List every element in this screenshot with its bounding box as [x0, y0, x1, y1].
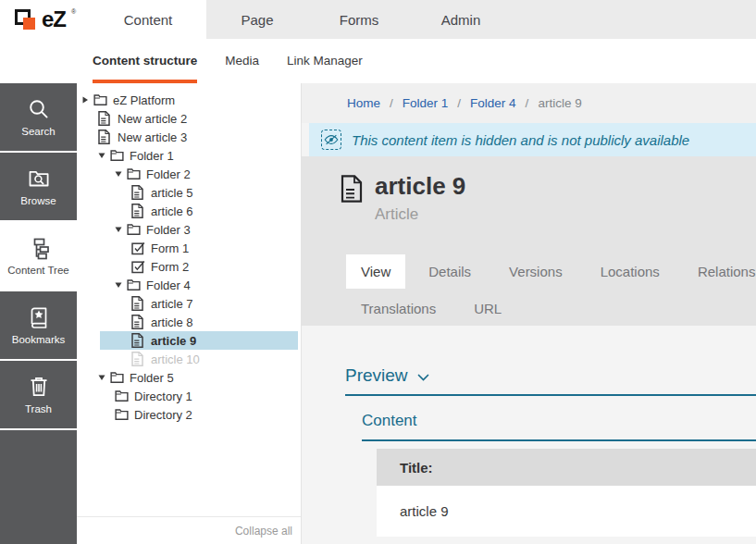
article-icon — [131, 204, 145, 218]
tree-item-article-8[interactable]: article 8 — [77, 313, 301, 331]
article-icon — [131, 296, 145, 311]
tree-item-folder-4[interactable]: Folder 4 — [77, 276, 301, 294]
form-icon — [131, 259, 145, 274]
preview-section-label: Preview — [345, 365, 408, 386]
tree-item-label: Form 1 — [151, 241, 189, 255]
tree-item-folder-5[interactable]: Folder 5 — [77, 368, 301, 387]
article-icon — [98, 111, 112, 126]
breadcrumb-link-folder-1[interactable]: Folder 1 — [403, 96, 449, 110]
main-tab-content[interactable]: Content — [90, 0, 206, 39]
browse-icon — [27, 167, 51, 191]
main-content-area: Home / Folder 1 / Folder 4 / article 9 T… — [302, 83, 756, 544]
hidden-eye-icon — [321, 130, 341, 150]
tree-item-article-6[interactable]: article 6 — [77, 202, 301, 220]
hidden-content-alert: This content item is hidden and is not p… — [309, 123, 756, 156]
tree-item-label: Folder 4 — [146, 278, 191, 292]
subnav-media[interactable]: Media — [225, 39, 259, 83]
tree-item-form-1[interactable]: Form 1 — [77, 239, 301, 257]
tree-item-article-9-selected[interactable]: article 9 — [77, 331, 301, 350]
folder-icon — [127, 222, 141, 237]
tree-item-label: Form 2 — [151, 260, 189, 274]
tab-details[interactable]: Details — [414, 254, 486, 289]
sidebar-item-content-tree[interactable]: Content Tree — [0, 222, 77, 290]
tab-url[interactable]: URL — [459, 291, 516, 326]
tree-item-article-10-hidden[interactable]: article 10 — [77, 350, 301, 368]
tree-item-new-article-3[interactable]: New article 3 — [77, 128, 301, 146]
article-icon — [131, 352, 145, 366]
chevron-down-icon[interactable] — [98, 374, 105, 381]
tab-locations[interactable]: Locations — [586, 254, 675, 289]
tab-relations[interactable]: Relations — [683, 254, 756, 289]
subnav-link-manager[interactable]: Link Manager — [287, 39, 363, 83]
subnav-content-structure[interactable]: Content structure — [93, 39, 197, 83]
tree-item-label: Directory 2 — [134, 408, 192, 422]
tree-item-ez-platform[interactable]: eZ Platform — [77, 91, 301, 109]
tree-item-directory-1[interactable]: Directory 1 — [77, 387, 301, 405]
sidebar-item-label: Bookmarks — [12, 335, 66, 346]
logo-text: eZ — [42, 8, 66, 31]
tree-item-form-2[interactable]: Form 2 — [77, 257, 301, 276]
field-table: Title: article 9 — [377, 449, 756, 537]
collapse-all-button[interactable]: Collapse all — [77, 516, 301, 544]
tree-item-directory-2[interactable]: Directory 2 — [77, 405, 301, 424]
tree-item-label: article 8 — [151, 315, 193, 329]
chevron-right-icon[interactable] — [81, 96, 89, 104]
sidebar-item-browse[interactable]: Browse — [0, 153, 77, 220]
breadcrumb-link-folder-4[interactable]: Folder 4 — [470, 96, 516, 110]
tree-item-label: article 5 — [151, 186, 193, 200]
tree-item-label: New article 3 — [118, 130, 187, 144]
sidebar-item-label: Trash — [25, 404, 52, 415]
tree-item-folder-1[interactable]: Folder 1 — [77, 146, 301, 165]
chevron-down-icon[interactable] — [115, 170, 122, 178]
article-icon — [131, 185, 145, 200]
folder-icon — [93, 93, 107, 107]
chevron-down-icon[interactable] — [115, 281, 122, 289]
app-logo[interactable]: eZ ® — [0, 0, 90, 39]
content-tab-bar: View Details Versions Locations Relation… — [346, 254, 756, 328]
logo-registered-mark: ® — [71, 8, 76, 15]
tree-item-label: Folder 3 — [146, 223, 191, 237]
breadcrumb: Home / Folder 1 / Folder 4 / article 9 — [302, 83, 756, 123]
sidebar-filler — [0, 430, 77, 544]
tree-item-label: eZ Platform — [113, 93, 175, 107]
chevron-down-icon[interactable] — [98, 152, 105, 159]
content-tree-panel: eZ Platform New article 2 New article 3 … — [77, 83, 302, 544]
tree-item-folder-2[interactable]: Folder 2 — [77, 165, 301, 183]
breadcrumb-separator: / — [457, 96, 461, 110]
sidebar-item-trash[interactable]: Trash — [0, 361, 77, 428]
folder-icon — [110, 148, 124, 163]
tree-item-folder-3[interactable]: Folder 3 — [77, 220, 301, 239]
sidebar-item-label: Browse — [20, 196, 56, 207]
tree-item-label: article 6 — [151, 204, 193, 218]
breadcrumb-link-home[interactable]: Home — [347, 96, 380, 110]
content-section-label: Content — [362, 396, 756, 441]
view-tab-panel: Preview Content Title: article 9 — [302, 326, 756, 544]
ez-logo-icon — [15, 8, 37, 31]
folder-icon — [115, 389, 129, 403]
breadcrumb-separator: / — [390, 96, 393, 110]
main-tab-forms[interactable]: Forms — [308, 0, 410, 39]
tree-item-new-article-2[interactable]: New article 2 — [77, 109, 301, 128]
sidebar-item-label: Content Tree — [7, 266, 68, 277]
chevron-down-icon[interactable] — [115, 226, 122, 233]
article-icon — [131, 333, 145, 348]
logo-orange-square — [23, 18, 35, 30]
tree-item-article-5[interactable]: article 5 — [77, 183, 301, 202]
page-title: article 9 — [375, 173, 465, 200]
tree-item-article-7[interactable]: article 7 — [77, 294, 301, 313]
folder-icon — [127, 278, 141, 292]
folder-icon — [115, 407, 129, 422]
tab-translations[interactable]: Translations — [346, 291, 451, 326]
main-tab-page[interactable]: Page — [206, 0, 308, 39]
folder-icon — [110, 370, 124, 385]
sidebar-item-bookmarks[interactable]: Bookmarks — [0, 291, 77, 359]
sidebar-item-search[interactable]: Search — [0, 83, 77, 151]
main-tab-admin[interactable]: Admin — [410, 0, 512, 39]
tree-item-label: Directory 1 — [134, 389, 192, 403]
bookmarks-icon — [27, 305, 51, 329]
secondary-nav: Content structure Media Link Manager — [0, 39, 756, 83]
tab-versions[interactable]: Versions — [494, 254, 577, 289]
article-type-icon — [341, 175, 363, 203]
tab-view[interactable]: View — [346, 254, 405, 289]
preview-section-header[interactable]: Preview — [345, 326, 756, 396]
